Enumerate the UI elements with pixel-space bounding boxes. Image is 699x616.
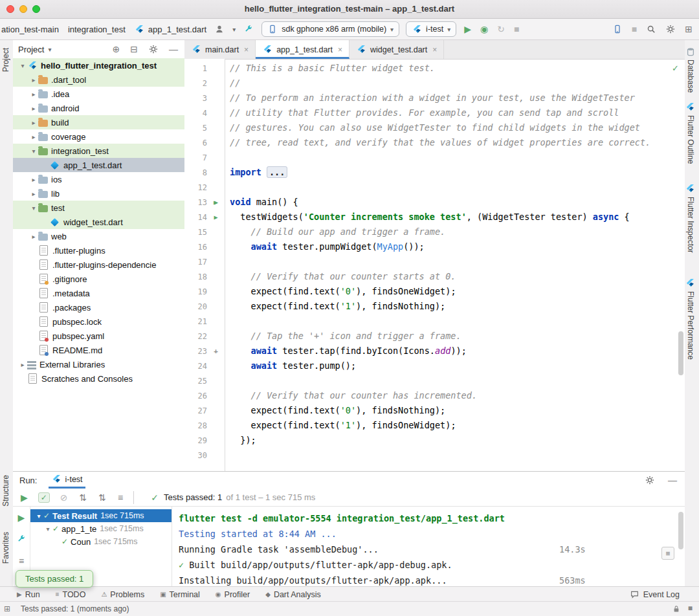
run-test-icon[interactable]: ▶ xyxy=(214,214,217,221)
lock-icon[interactable] xyxy=(671,604,682,614)
run-all-tests-icon[interactable]: ▶ xyxy=(214,199,218,206)
tree-item-app_1_test.dart[interactable]: app_1_test.dart xyxy=(13,158,184,172)
device-mirror-button[interactable] xyxy=(611,23,624,36)
tree-item-integration_test[interactable]: ▾integration_test xyxy=(13,144,184,158)
tree-chevron-icon[interactable]: ▾ xyxy=(18,62,27,69)
tree-chevron-icon[interactable]: ▸ xyxy=(29,76,38,83)
layout-button[interactable]: ⊞ xyxy=(683,23,694,35)
tree-chevron-icon[interactable]: ▸ xyxy=(29,91,38,98)
event-log-button[interactable]: Event Log xyxy=(630,589,680,600)
tree-item-coverage[interactable]: ▸coverage xyxy=(13,129,184,144)
toolwindow-button-project[interactable]: Project xyxy=(1,48,10,72)
close-tab-icon[interactable]: × xyxy=(338,45,342,54)
toolwindow-quick-access-button[interactable]: ⊞ xyxy=(4,604,10,613)
tree-item-widget_test.dart[interactable]: widget_test.dart xyxy=(13,215,184,229)
hide-panel-button[interactable]: — xyxy=(168,43,179,55)
search-everywhere-button[interactable] xyxy=(645,23,658,36)
test-tree-item-coun[interactable]: ✓Coun1sec 715ms xyxy=(30,535,172,548)
test-settings-button[interactable] xyxy=(15,533,28,546)
indicator-icon[interactable]: ■ xyxy=(688,604,693,614)
tree-item-.flutter-plugins-dependencie[interactable]: .flutter-plugins-dependencie xyxy=(13,258,184,272)
tree-item-.idea[interactable]: ▸.idea xyxy=(13,87,184,101)
profile-button[interactable]: ◉ xyxy=(479,23,489,35)
statusbar-item-terminal[interactable]: ▣Terminal xyxy=(160,590,200,599)
run-configurations-person-icon[interactable] xyxy=(213,23,226,36)
soft-wrap-button[interactable]: ≡ xyxy=(661,547,674,560)
expand-all-button[interactable]: ≡ xyxy=(116,492,124,503)
editor-scrollbar-thumb[interactable] xyxy=(678,331,683,375)
editor-code[interactable]: // This is a basic Flutter widget test./… xyxy=(225,59,685,471)
tree-item-web[interactable]: ▸web xyxy=(13,229,184,243)
show-passed-toggle[interactable]: ✓ xyxy=(38,492,50,503)
toolwindow-button-flutter-inspector[interactable]: Flutter Inspector xyxy=(685,184,695,253)
tree-chevron-icon[interactable]: ▸ xyxy=(18,361,27,368)
tree-item-README.md[interactable]: README.md xyxy=(13,343,184,357)
tree-item-.flutter-plugins[interactable]: .flutter-plugins xyxy=(13,243,184,258)
rerun-button[interactable]: ▶ xyxy=(17,512,27,523)
panel-settings-button[interactable] xyxy=(147,43,160,56)
sort-alphabetically-button[interactable]: ⇅ xyxy=(78,492,89,503)
run-panel-settings-button[interactable] xyxy=(643,474,656,487)
tree-chevron-icon[interactable]: ▸ xyxy=(29,133,38,140)
tree-chevron-icon[interactable]: ▸ xyxy=(29,190,38,197)
device-selector[interactable]: sdk gphone x86 arm (mobile) ▾ xyxy=(261,21,399,37)
stop-button[interactable]: ■ xyxy=(513,23,520,35)
breadcrumb-item[interactable]: integration_test xyxy=(68,25,126,34)
settings-button[interactable] xyxy=(664,23,677,36)
statusbar-item-profiler[interactable]: ◉Profiler xyxy=(216,590,250,599)
close-tab-icon[interactable]: × xyxy=(432,45,437,54)
tree-item-External Libraries[interactable]: ▸External Libraries xyxy=(13,357,184,371)
close-tab-icon[interactable]: × xyxy=(244,45,249,54)
tree-item-pubspec.lock[interactable]: pubspec.lock xyxy=(13,314,184,329)
console-scrollbar-thumb[interactable] xyxy=(678,512,683,549)
flutter-attach-button[interactable] xyxy=(242,23,255,36)
statusbar-item-dart-analysis[interactable]: ◆Dart Analysis xyxy=(265,590,321,599)
tree-chevron-icon[interactable]: ▾ xyxy=(43,525,52,533)
tree-item-build[interactable]: ▸build xyxy=(13,115,184,129)
toolwindow-button-favorites[interactable]: Favorites xyxy=(1,532,10,564)
tree-item-pubspec.yaml[interactable]: pubspec.yaml xyxy=(13,329,184,343)
breadcrumb-item[interactable]: app_1_test.dart xyxy=(135,24,206,34)
stop-all-button[interactable]: ■ xyxy=(630,23,638,35)
tree-chevron-icon[interactable]: ▾ xyxy=(34,512,43,520)
tree-chevron-icon[interactable]: ▸ xyxy=(29,105,38,112)
tree-chevron-icon[interactable]: ▸ xyxy=(29,176,38,183)
toolwindow-button-structure[interactable]: Structure xyxy=(1,475,10,507)
tree-chevron-icon[interactable]: ▾ xyxy=(29,204,38,212)
tree-chevron-icon[interactable]: ▾ xyxy=(29,148,38,155)
tab-main.dart[interactable]: main.dart× xyxy=(184,40,256,59)
test-history-button[interactable]: ≡ xyxy=(17,555,25,567)
test-tree-item-test-result[interactable]: ▾✓Test Result1sec 715ms xyxy=(30,509,172,522)
run-tab-i-test[interactable]: i-test xyxy=(49,472,85,489)
tree-item-.packages[interactable]: .packages xyxy=(13,300,184,314)
rerun-button[interactable]: ↻ xyxy=(496,23,506,35)
hide-run-panel-button[interactable]: — xyxy=(667,474,678,486)
tree-item-ios[interactable]: ▸ios xyxy=(13,172,184,186)
statusbar-item-problems[interactable]: ⚠Problems xyxy=(101,590,144,599)
test-tree-item-app_1_te[interactable]: ▾✓app_1_te1sec 715ms xyxy=(30,522,172,535)
tree-chevron-icon[interactable]: ▸ xyxy=(29,119,38,126)
tree-item-.dart_tool[interactable]: ▸.dart_tool xyxy=(13,72,184,87)
editor-body[interactable]: 123456781213▶▶14▶151617181920212223+2425… xyxy=(184,59,685,471)
tree-item-hello_flutter_integration_test[interactable]: ▾hello_flutter_integration_test xyxy=(13,58,184,72)
tree-item-.metadata[interactable]: .metadata xyxy=(13,286,184,300)
toolwindow-button-flutter-performance[interactable]: Flutter Performance xyxy=(685,278,695,360)
tree-item-Scratches and Consoles[interactable]: Scratches and Consoles xyxy=(13,371,184,386)
toolwindow-button-database[interactable]: Database xyxy=(685,47,695,93)
tab-app_1_test.dart[interactable]: app_1_test.dart× xyxy=(256,40,350,59)
tree-item-android[interactable]: ▸android xyxy=(13,101,184,115)
tree-item-test[interactable]: ▾test xyxy=(13,201,184,215)
run-button[interactable]: ▶ xyxy=(463,23,472,35)
stop-tests-button[interactable]: ⊘ xyxy=(59,492,69,503)
sort-by-duration-button[interactable]: ⇅ xyxy=(97,492,107,503)
collapse-all-button[interactable]: ⊟ xyxy=(129,43,139,55)
locate-file-button[interactable]: ⊕ xyxy=(111,43,122,55)
breadcrumb-item[interactable]: ation_test-main xyxy=(1,25,59,34)
tree-item-.gitignore[interactable]: .gitignore xyxy=(13,272,184,286)
statusbar-item-todo[interactable]: ≡TODO xyxy=(56,590,86,599)
tab-widget_test.dart[interactable]: widget_test.dart× xyxy=(350,40,444,59)
tree-chevron-icon[interactable]: ▸ xyxy=(29,233,38,240)
statusbar-item-run[interactable]: ▶Run xyxy=(17,590,40,599)
run-config-selector[interactable]: i-test ▾ xyxy=(406,21,456,37)
tree-item-lib[interactable]: ▸lib xyxy=(13,186,184,201)
